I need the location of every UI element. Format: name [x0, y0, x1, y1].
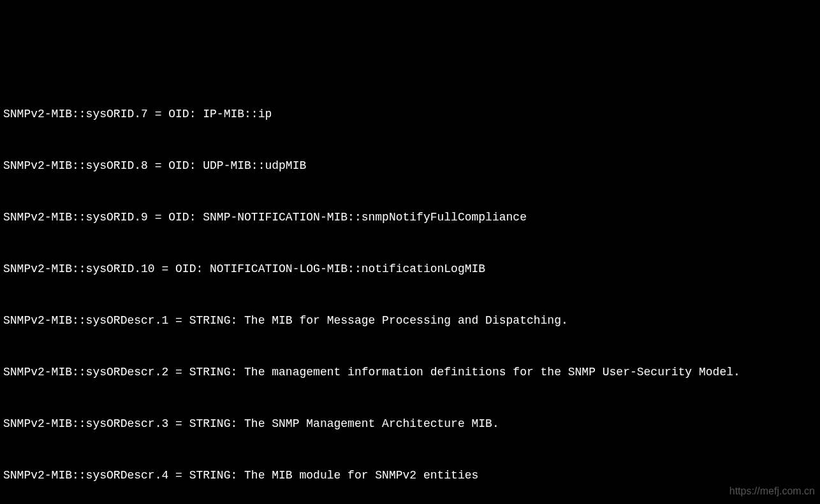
- output-line: SNMPv2-MIB::sysORID.9 = OID: SNMP-NOTIFI…: [3, 209, 817, 226]
- output-line: SNMPv2-MIB::sysORDescr.3 = STRING: The S…: [3, 415, 817, 433]
- output-line: SNMPv2-MIB::sysORDescr.2 = STRING: The m…: [3, 364, 817, 381]
- output-line: SNMPv2-MIB::sysORDescr.1 = STRING: The M…: [3, 312, 817, 329]
- output-line: SNMPv2-MIB::sysORID.8 = OID: UDP-MIB::ud…: [3, 157, 817, 175]
- output-line: SNMPv2-MIB::sysORID.10 = OID: NOTIFICATI…: [3, 261, 817, 278]
- output-line: SNMPv2-MIB::sysORDescr.4 = STRING: The M…: [3, 467, 817, 484]
- output-line: SNMPv2-MIB::sysORID.7 = OID: IP-MIB::ip: [3, 106, 817, 123]
- watermark-text: https://mefj.com.cn: [729, 484, 815, 499]
- terminal-output[interactable]: SNMPv2-MIB::sysORID.7 = OID: IP-MIB::ip …: [3, 71, 817, 504]
